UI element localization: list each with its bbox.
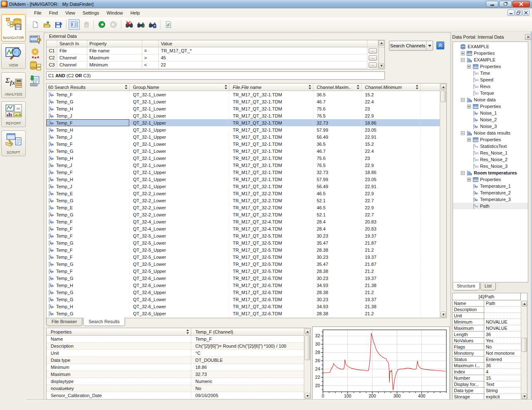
results-scrollbar[interactable] — [440, 83, 446, 318]
save-help-button[interactable]: ? — [53, 19, 64, 30]
condition-value[interactable]: TR_M17_QT_* — [159, 47, 367, 54]
condition-browse-button[interactable]: ... — [369, 62, 377, 68]
menu-item-settings[interactable]: Settings — [79, 9, 103, 17]
table-row[interactable]: Temp_FQT_32-1_UpperTR_M17_QT_32-1.TDM32.… — [47, 169, 440, 176]
sort-icon[interactable] — [357, 84, 360, 90]
scroll-down-icon[interactable] — [441, 312, 446, 317]
tree-item-statisticstext[interactable]: TxtStatisticsText — [453, 143, 528, 150]
sidebar-item-script[interactable]: SCRIPT — [1, 130, 26, 156]
table-row[interactable]: Temp_GQT_32-6_UpperTR_M17_QT_32-6.TDM28.… — [47, 289, 440, 296]
tree-item-noise-1[interactable]: Noise_1 — [453, 110, 528, 116]
tree-item-speed[interactable]: 123Speed — [453, 76, 528, 83]
tree-item-properties[interactable]: Properties — [453, 63, 528, 70]
tree-expander-plus[interactable] — [467, 105, 471, 108]
minimize-button[interactable] — [486, 1, 498, 7]
property-value[interactable]: °C — [191, 350, 304, 356]
tree-expander-plus[interactable] — [467, 65, 471, 69]
portal-property-value[interactable]: Path — [484, 300, 521, 307]
tree-item-noise-data-results[interactable]: Noise data results — [453, 130, 528, 136]
tree-expander-minus[interactable] — [461, 98, 465, 102]
tree-item-res-noise-2[interactable]: 123Res_Noise_2 — [453, 156, 528, 163]
condition-search-in[interactable]: Channel — [57, 61, 87, 69]
datastore-panel-button[interactable] — [30, 61, 41, 72]
table-row[interactable]: Temp_JQT_32-1_LowerTR_M17_QT_32-1.TDM76.… — [47, 162, 440, 169]
table-row[interactable]: Temp_FQT_32-5_LowerTR_M17_QT_32-5.TDM30.… — [47, 253, 440, 260]
table-row[interactable]: Temp_JQT_32-1_LowerTR_M17_QT_32-1.TDM76.… — [47, 112, 440, 119]
portal-property-value[interactable]: 36 — [484, 363, 521, 369]
property-value[interactable]: Ch("[2]/[6]")= Round (Ch("[2]/[6]") *100… — [191, 343, 304, 349]
condition-search-in[interactable]: Channel — [57, 54, 87, 61]
menu-item-file[interactable]: File — [30, 9, 45, 17]
table-row[interactable]: Temp_HQT_32-1_UpperTR_M17_QT_32-1.TDM57.… — [47, 176, 440, 183]
table-row[interactable]: Temp_GQT_32-6_LowerTR_M17_QT_32-6.TDM30.… — [47, 296, 440, 303]
condition-scrollbar-track[interactable] — [378, 47, 384, 54]
mdi-close-button[interactable] — [522, 10, 530, 16]
save-search-button[interactable] — [147, 19, 158, 30]
sort-icon[interactable] — [125, 84, 128, 90]
portal-tab-list[interactable]: List — [480, 283, 496, 290]
sidebar-item-navigator[interactable]: NAVIGATOR — [1, 14, 26, 42]
menu-item-help[interactable]: Help — [127, 9, 144, 17]
search-channels-button[interactable]: Search Channels — [389, 41, 433, 51]
tree-item-properties[interactable]: Properties — [453, 50, 528, 56]
tree-item-path[interactable]: TxtPath — [453, 203, 528, 209]
results-column-header[interactable]: 60 Search Results — [47, 83, 130, 91]
table-row[interactable]: Temp_JQT_32-1_UpperTR_M17_QT_32-1.TDM56.… — [47, 133, 440, 140]
tree-item-temperature-1[interactable]: Temperature_1 — [453, 183, 528, 189]
table-row[interactable]: Temp_EQT_32-2_LowerTR_M17_QT_32-2.TDM46.… — [47, 204, 440, 211]
sidebar-item-report[interactable]: txtREPORT — [1, 101, 26, 127]
scroll-down-icon[interactable] — [522, 393, 527, 399]
tree-item-example[interactable]: EXAMPLE — [453, 56, 528, 63]
condition-row-c3[interactable]: C3ChannelMinimum<22... — [47, 61, 384, 69]
condition-scrollbar-track[interactable] — [378, 61, 384, 69]
tree-item-noise-2[interactable]: Noise_2 — [453, 116, 528, 123]
tree-panel-toggle-button[interactable] — [69, 19, 80, 30]
condition-row-c1[interactable]: C1FileFile name=TR_M17_QT_*... — [47, 47, 384, 54]
table-row[interactable]: Temp_GQT_32-5_LowerTR_M17_QT_32-5.TDM35.… — [47, 260, 440, 268]
channel-properties-scrollbar[interactable] — [304, 328, 310, 399]
search-channels-dropdown[interactable] — [426, 41, 433, 50]
condition-scrollbar[interactable] — [378, 40, 384, 47]
property-value[interactable]: 09/16/2005 — [191, 392, 304, 399]
restore-button[interactable] — [499, 1, 512, 7]
property-value[interactable]: 32.73 — [191, 371, 304, 378]
data-portal-close-button[interactable] — [525, 34, 531, 40]
table-row[interactable]: Temp_GQT_32-2_LowerTR_M17_QT_32-2.TDM52.… — [47, 211, 440, 218]
scroll-down-icon[interactable] — [305, 393, 310, 399]
property-value[interactable]: Numeric — [191, 378, 304, 385]
property-value[interactable]: 18.86 — [191, 364, 304, 371]
tab-search-results[interactable]: Search Results — [83, 318, 125, 326]
sort-icon[interactable] — [186, 329, 189, 334]
table-row[interactable]: Temp_FQT_32-1_UpperTR_M17_QT_32-1.TDM32.… — [47, 119, 440, 126]
search-in-header[interactable]: Search In — [57, 40, 87, 47]
table-row[interactable]: Temp_FQT_32-4_LowerTR_M17_QT_32-4.TDM28.… — [47, 218, 440, 225]
tree-item-temperature-2[interactable]: Temperature_2 — [453, 189, 528, 196]
portal-property-value[interactable]: NOVALUE — [484, 325, 521, 331]
property-header[interactable]: Property — [87, 40, 142, 47]
sort-icon[interactable] — [416, 84, 419, 90]
value-header[interactable]: Value — [159, 40, 367, 47]
table-row[interactable]: Temp_GQT_32-2_LowerTR_M17_QT_32-2.TDM52.… — [47, 197, 440, 204]
table-row[interactable]: Temp_FQT_32-4_LowerTR_M17_QT_32-4.TDM28.… — [47, 225, 440, 232]
table-row[interactable]: Temp_HQT_32-1_UpperTR_M17_QT_32-1.TDM57.… — [47, 126, 440, 133]
property-value[interactable]: DT_DOUBLE — [191, 357, 304, 363]
results-column-header[interactable]: Group.Name — [130, 83, 229, 91]
results-column-header[interactable]: File.File name — [229, 83, 313, 91]
condition-operator[interactable]: > — [142, 54, 159, 61]
table-row[interactable]: Temp_FQT_32-5_UpperTR_M17_QT_32-5.TDM28.… — [47, 268, 440, 275]
portal-property-value[interactable]: Not monotone — [484, 350, 521, 356]
portal-property-value[interactable]: 15 — [484, 375, 521, 381]
table-row[interactable]: Temp_FQT_32-1_LowerTR_M17_QT_32-1.TDM36.… — [47, 91, 440, 98]
sidebar-item-analysis[interactable]: ΣfxANALYSIS — [1, 72, 26, 98]
tree-expander-plus[interactable] — [467, 138, 471, 142]
results-column-header[interactable]: Channel.Minimum — [362, 83, 421, 91]
scroll-down-icon[interactable] — [379, 63, 384, 69]
sidebar-item-view[interactable]: VIEW — [1, 43, 26, 69]
condition-operator[interactable]: = — [142, 47, 159, 54]
portal-property-value[interactable]: explicit — [484, 394, 521, 400]
properties-column-header[interactable]: Properties — [47, 328, 191, 335]
tree-item-temperature-3[interactable]: Temperature_3 — [453, 196, 528, 203]
tree-expander-minus[interactable] — [461, 171, 465, 175]
scrollbar-thumb[interactable] — [305, 335, 310, 360]
property-value[interactable]: Temp_F — [191, 336, 304, 342]
